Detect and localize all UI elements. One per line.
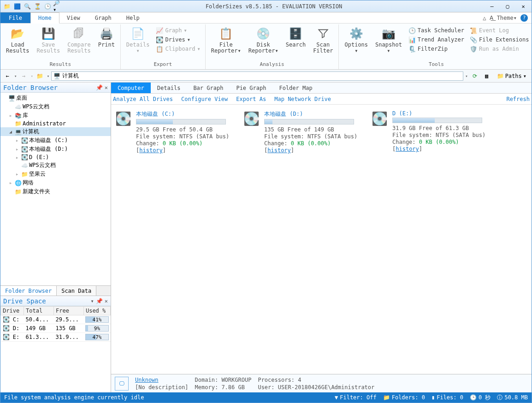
compare-results-button[interactable]: 🗐Compare Results	[65, 25, 94, 55]
details-export-button[interactable]: 📄Details▾	[124, 25, 153, 55]
tree-item[interactable]: 📁 新建文件夹	[0, 187, 111, 196]
tree-toggle-icon[interactable]: ▹	[8, 113, 13, 118]
qat-funnel-icon[interactable]: ⏳	[33, 2, 42, 11]
tab-folder-map[interactable]: Folder Map	[272, 83, 319, 93]
help-icon[interactable]: ?	[520, 14, 528, 22]
tab-computer[interactable]: Computer	[111, 83, 151, 93]
export-drives-button[interactable]: 💽Drives▾	[154, 36, 202, 44]
drive-card[interactable]: 💽 D (E:) 31.9 GB Free of 61.3 GB File sy…	[371, 110, 491, 153]
action-map-network-drive[interactable]: Map Network Drive	[274, 96, 331, 102]
tab-view[interactable]: View	[59, 12, 88, 23]
tree-item[interactable]: ▹ 💽 D (E:)	[0, 154, 111, 161]
tree-item[interactable]: ▹ 📚 库	[0, 111, 111, 120]
tab-graph[interactable]: Graph	[88, 12, 119, 23]
table-row[interactable]: 💽 C: 50.4...29.5... 41%	[1, 315, 111, 324]
snapshot-button[interactable]: 📷Snapshot▾	[372, 25, 405, 55]
col-used[interactable]: Used %	[83, 307, 110, 315]
export-clipboard-button[interactable]: 📋Clipboard▾	[154, 45, 202, 53]
col-free[interactable]: Free	[53, 307, 83, 315]
tree-item[interactable]: ▹ 🌐 网络	[0, 178, 111, 187]
file-extensions-button[interactable]: 📎File Extensions	[468, 36, 531, 44]
address-bar[interactable]: 🖥️ 计算机	[51, 71, 463, 81]
tree-toggle-icon[interactable]: ▹	[8, 180, 13, 185]
close-panel-icon[interactable]: ✕	[105, 84, 108, 91]
nav-refresh-button[interactable]: ⟳	[470, 71, 480, 81]
filterzip-button[interactable]: 🗜️FilterZip	[407, 45, 466, 53]
left-column: Folder Browser 📌 ✕ 🖥️ 桌面 ☁️ WPS云文档 ▹ 📚 库…	[0, 83, 111, 392]
nav-stop-button[interactable]: ▦	[482, 71, 492, 81]
print-button[interactable]: 🖨️Print	[95, 25, 118, 49]
collapse-ribbon-icon[interactable]: △	[483, 15, 486, 21]
info-icon: ⓘ	[497, 394, 502, 402]
action-configure-view[interactable]: Configure View	[181, 96, 228, 102]
file-menu[interactable]: File	[0, 12, 30, 23]
run-as-admin-button[interactable]: 🛡️Run as Admin	[468, 45, 531, 53]
tree-item[interactable]: ☁️ WPS云文档	[0, 102, 111, 111]
clock-icon: 🕒	[408, 27, 416, 34]
tree-item[interactable]: ▹ 💽 本地磁盘 (C:)	[0, 136, 111, 145]
tree-toggle-icon[interactable]: ▹	[14, 172, 20, 177]
tab-pie-graph[interactable]: Pie Graph	[230, 83, 272, 93]
folder-tree[interactable]: 🖥️ 桌面 ☁️ WPS云文档 ▹ 📚 库 📁 Administrator ◢ …	[0, 93, 111, 285]
options-button[interactable]: ⚙️Options▾	[342, 25, 371, 55]
save-results-button[interactable]: 💾Save Results	[34, 25, 63, 55]
nav-forward-button[interactable]: →	[18, 71, 29, 81]
tree-item[interactable]: ▹ 💽 本地磁盘 (D:)	[0, 145, 111, 154]
task-scheduler-button[interactable]: 🕒Task Scheduler	[407, 26, 466, 35]
qat-zoom-icon[interactable]: 🔎▾	[53, 2, 62, 11]
tree-item[interactable]: ◢ 💻 计算机	[0, 127, 111, 136]
drive-card[interactable]: 💽 本地磁盘 (C:) 29.5 GB Free of 50.4 GB File…	[115, 110, 235, 154]
maximize-button[interactable]: ▢	[501, 2, 514, 11]
action-export-as[interactable]: Export As	[236, 96, 266, 102]
tab-bar-graph[interactable]: Bar Graph	[187, 83, 230, 93]
hard-drive-icon: 💽	[371, 110, 388, 127]
tab-help[interactable]: Help	[119, 12, 147, 23]
status-filter[interactable]: ▼Filter: Off	[335, 394, 377, 401]
nav-back-button[interactable]: ←	[2, 71, 12, 81]
table-row[interactable]: 💽 D: 149 GB135 GB 9%	[1, 324, 111, 333]
tab-home[interactable]: Home	[30, 12, 59, 24]
tree-item[interactable]: ☁️ WPS云文档	[0, 161, 111, 170]
col-drive[interactable]: Drive	[1, 307, 24, 315]
tab-scan-data[interactable]: Scan Data	[57, 286, 96, 296]
history-link[interactable]: history	[139, 147, 163, 154]
action-analyze-all[interactable]: Analyze All Drives	[113, 96, 173, 102]
tree-toggle-icon[interactable]: ▹	[14, 155, 20, 160]
hostname-link[interactable]: Unknown	[135, 377, 189, 383]
table-row[interactable]: 💽 E: 61.3...31.9... 47%	[1, 333, 111, 342]
nav-up-button[interactable]: 📁	[35, 71, 45, 81]
chevron-down-icon[interactable]: ▾	[91, 298, 94, 304]
tree-item[interactable]: 📁 Administrator	[0, 120, 111, 127]
pin-icon[interactable]: 📌	[96, 298, 103, 304]
pin-icon[interactable]: 📌	[96, 84, 103, 91]
drive-card[interactable]: 💽 本地磁盘 (D:) 135 GB Free of 149 GB File s…	[243, 110, 363, 154]
scan-filter-button[interactable]: Scan Filter	[310, 25, 336, 55]
qat-clock-icon[interactable]: 🕒	[43, 2, 52, 11]
minimize-button[interactable]: —	[485, 2, 498, 11]
col-total[interactable]: Total	[24, 307, 54, 315]
qat-icon-2[interactable]: 🔍	[23, 2, 32, 11]
export-graph-button[interactable]: 📈Graph▾	[154, 26, 202, 35]
qat-icon-1[interactable]: 🟦	[12, 2, 22, 11]
tree-toggle-icon[interactable]: ▹	[14, 147, 20, 152]
tab-details[interactable]: Details	[151, 83, 187, 93]
search-button[interactable]: 🗄️Search	[283, 25, 308, 49]
history-link[interactable]: history	[396, 146, 419, 152]
tree-toggle-icon[interactable]: ▹	[14, 138, 20, 143]
close-button[interactable]: ✕	[517, 2, 530, 11]
event-log-button[interactable]: 📜Event Log	[468, 26, 531, 35]
close-panel-icon[interactable]: ✕	[105, 298, 108, 304]
theme-selector[interactable]: A͟ Theme▾	[490, 15, 517, 21]
trend-analyzer-button[interactable]: 📊Trend Analyzer	[407, 36, 466, 44]
action-refresh[interactable]: Refresh	[506, 96, 530, 102]
disk-reporter-button[interactable]: 💿Disk Reporter▾	[246, 25, 281, 55]
tree-toggle-icon[interactable]: ◢	[8, 129, 13, 134]
paths-button[interactable]: 📁Paths ▾	[494, 71, 530, 81]
history-link[interactable]: history	[267, 147, 291, 154]
tree-item[interactable]: ▹ 📁 坚果云	[0, 170, 111, 178]
file-reporter-button[interactable]: 📋File Reporter▾	[208, 25, 244, 55]
qat-app-icon[interactable]: 📁	[2, 2, 12, 11]
load-results-button[interactable]: 📂Load Results	[3, 25, 32, 55]
tree-item[interactable]: 🖥️ 桌面	[0, 94, 111, 102]
tab-folder-browser[interactable]: Folder Browser	[0, 286, 57, 296]
